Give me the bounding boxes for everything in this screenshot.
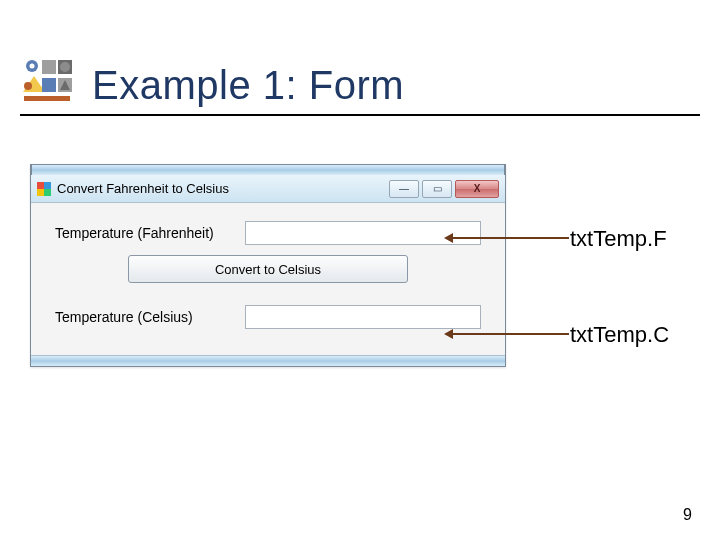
annotation-txtTempC: txtTemp.C	[570, 322, 669, 348]
button-row: Convert to Celsius	[55, 255, 481, 283]
minimize-button[interactable]: —	[389, 180, 419, 198]
window-title: Convert Fahrenheit to Celsius	[57, 181, 383, 196]
svg-point-6	[24, 82, 32, 90]
slide-header: Example 1: Form	[20, 56, 700, 116]
minimize-icon: —	[399, 183, 409, 194]
svg-rect-10	[24, 96, 70, 101]
app-icon	[37, 182, 51, 196]
slide-logo	[20, 56, 74, 108]
close-icon: X	[474, 183, 481, 194]
arrow-to-txtTempF	[447, 237, 569, 239]
maximize-icon: ▭	[433, 183, 442, 194]
svg-rect-2	[42, 60, 56, 74]
convert-button[interactable]: Convert to Celsius	[128, 255, 408, 283]
svg-point-4	[60, 62, 70, 72]
close-button[interactable]: X	[455, 180, 499, 198]
page-number: 9	[683, 506, 692, 524]
svg-rect-7	[42, 78, 56, 92]
window-glass-top	[31, 164, 505, 175]
txtTempC-input[interactable]	[245, 305, 481, 329]
label-celsius: Temperature (Celsius)	[55, 309, 235, 325]
titlebar: Convert Fahrenheit to Celsius — ▭ X	[31, 175, 505, 203]
window-control-buttons: — ▭ X	[389, 180, 499, 198]
window-glass-bottom	[31, 355, 505, 366]
arrow-to-txtTempC	[447, 333, 569, 335]
annotation-txtTempF: txtTemp.F	[570, 226, 667, 252]
form-body: Temperature (Fahrenheit) Convert to Cels…	[31, 203, 505, 355]
label-fahrenheit: Temperature (Fahrenheit)	[55, 225, 235, 241]
row-fahrenheit: Temperature (Fahrenheit)	[55, 221, 481, 245]
winforms-window: Convert Fahrenheit to Celsius — ▭ X Temp…	[30, 164, 506, 367]
row-celsius: Temperature (Celsius)	[55, 305, 481, 329]
maximize-button[interactable]: ▭	[422, 180, 452, 198]
slide-title: Example 1: Form	[92, 63, 404, 108]
svg-point-1	[30, 64, 35, 69]
